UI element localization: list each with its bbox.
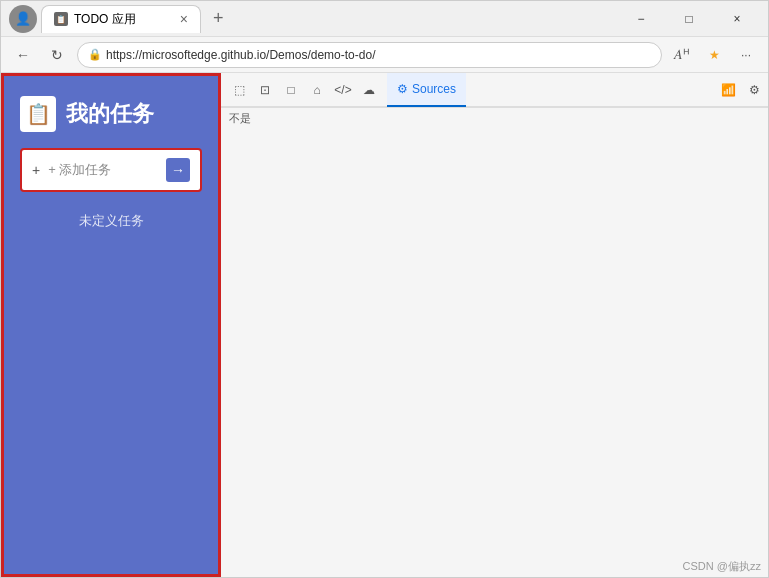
tab-close-button[interactable]: ×	[180, 11, 188, 27]
new-tab-button[interactable]: +	[205, 8, 232, 29]
favorites-button[interactable]: ★	[700, 41, 728, 69]
title-bar: 👤 📋 TODO 应用 × + − □ ×	[1, 1, 768, 37]
devtools-toggle-icon[interactable]: ⬚	[227, 78, 251, 102]
window-controls: − □ ×	[618, 3, 760, 35]
todo-input[interactable]: + 添加任务	[48, 161, 158, 179]
url-text: https://microsoftedge.github.io/Demos/de…	[106, 48, 375, 62]
devtools-home-icon[interactable]: ⌂	[305, 78, 329, 102]
devtools-left-icons: ⬚ ⊡ □ ⌂ </> ☁	[221, 78, 387, 102]
reload-button[interactable]: ↻	[43, 41, 71, 69]
lock-icon: 🔒	[88, 48, 102, 61]
devtools-cloud-icon[interactable]: ☁	[357, 78, 381, 102]
devtools-settings-icon[interactable]: ⚙	[742, 78, 766, 102]
devtools-inspect-icon[interactable]: ⊡	[253, 78, 277, 102]
todo-input-area[interactable]: + + 添加任务 →	[20, 148, 202, 192]
devtools-toolbar: ⬚ ⊡ □ ⌂ </> ☁ ⚙ Sources 📶 ⚙ ···	[221, 73, 768, 107]
devtools-device-icon[interactable]: □	[279, 78, 303, 102]
minimize-button[interactable]: −	[618, 3, 664, 35]
browser-tab[interactable]: 📋 TODO 应用 ×	[41, 5, 201, 33]
todo-submit-button[interactable]: →	[166, 158, 190, 182]
todo-header: 📋 我的任务	[4, 76, 218, 148]
maximize-button[interactable]: □	[666, 3, 712, 35]
todo-category: 未定义任务	[4, 208, 218, 234]
todo-app-title: 我的任务	[66, 99, 154, 129]
todo-app-panel: 📋 我的任务 + + 添加任务 → 未定义任务	[1, 73, 221, 577]
tab-sources-label: Sources	[412, 82, 456, 96]
devtools-tabs: ⚙ Sources	[387, 73, 710, 107]
todo-app-icon: 📋	[20, 96, 56, 132]
devtools-body: 第 文件系统 替代 ∨ ⋮	[221, 107, 768, 577]
bottom-bar-text: 不是	[229, 111, 251, 126]
devtools-bottom-bar: 不是	[221, 107, 768, 129]
devtools-tab-sources[interactable]: ⚙ Sources	[387, 73, 466, 107]
back-button[interactable]: ←	[9, 41, 37, 69]
devtools-code-icon[interactable]: </>	[331, 78, 355, 102]
nav-actions: 𝐴ᵸ ★ ···	[668, 41, 760, 69]
add-icon: +	[32, 162, 40, 178]
close-button[interactable]: ×	[714, 3, 760, 35]
read-aloud-button[interactable]: 𝐴ᵸ	[668, 41, 696, 69]
browser-window: 👤 📋 TODO 应用 × + − □ × ← ↻ 🔒 https://micr…	[0, 0, 769, 578]
address-bar[interactable]: 🔒 https://microsoftedge.github.io/Demos/…	[77, 42, 662, 68]
profile-icon[interactable]: 👤	[9, 5, 37, 33]
main-content: 📋 我的任务 + + 添加任务 → 未定义任务 ⬚ ⊡ □ ⌂ </> ☁	[1, 73, 768, 577]
navigation-bar: ← ↻ 🔒 https://microsoftedge.github.io/De…	[1, 37, 768, 73]
devtools-right-icons: 📶 ⚙ ··· ? ×	[710, 78, 768, 102]
devtools-wifi-icon[interactable]: 📶	[716, 78, 740, 102]
tab-title: TODO 应用	[74, 11, 136, 28]
csdn-watermark: CSDN @偏执zz	[683, 559, 761, 574]
more-button[interactable]: ···	[732, 41, 760, 69]
tab-area: 👤 📋 TODO 应用 × +	[9, 5, 610, 33]
tab-favicon: 📋	[54, 12, 68, 26]
devtools-panel: ⬚ ⊡ □ ⌂ </> ☁ ⚙ Sources 📶 ⚙ ···	[221, 73, 768, 577]
